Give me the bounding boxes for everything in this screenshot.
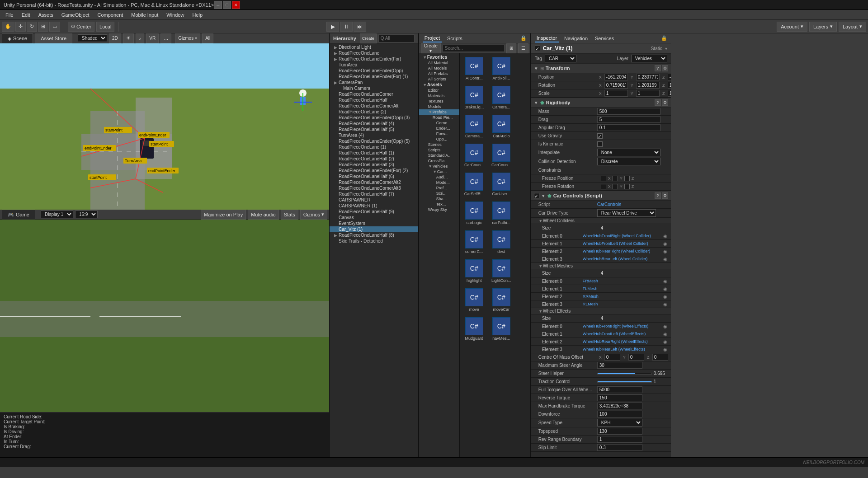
cm-x-input[interactable] [604, 354, 620, 361]
tree-all-scripts[interactable]: All Scripts [419, 76, 459, 82]
list-item[interactable]: ▶ Skid Trails - Detached [330, 238, 418, 244]
car-controls-settings-icon[interactable]: ? [655, 192, 661, 199]
list-item[interactable]: ▶ RoadPieceOneLaneHalf (2) [330, 156, 418, 162]
wc-e3-arrow[interactable]: ◉ [663, 257, 667, 262]
list-item[interactable]: ▶ RoadPieceOneLane (1) [330, 144, 418, 150]
freeze-pos-x-checkbox[interactable] [601, 176, 606, 181]
object-enabled-checkbox[interactable]: ✓ [535, 46, 540, 51]
list-item[interactable]: ▶ TurnArea (4) [330, 132, 418, 138]
hierarchy-create-button[interactable]: Create [360, 33, 377, 43]
scale-x-input[interactable] [604, 90, 628, 97]
car-drive-type-select[interactable]: Rear Wheel Drive [597, 209, 656, 217]
menu-window[interactable]: Window [163, 11, 188, 19]
rotation-z-input[interactable] [668, 82, 671, 89]
menu-component[interactable]: Component [94, 11, 127, 19]
pause-button[interactable]: ⏸ [340, 22, 353, 32]
scene-viewport[interactable]: startPoint endPointEnder endPointEnder s… [0, 43, 329, 210]
use-gravity-checkbox[interactable]: ✓ [597, 133, 603, 139]
max-steer-input[interactable] [597, 362, 642, 369]
asset-antiroll[interactable]: C# AntiRoll... [489, 55, 514, 82]
tree-opp[interactable]: Opp... [419, 136, 459, 142]
list-item[interactable]: ▶ CARSPAWNER [330, 197, 418, 203]
list-item[interactable]: ▶ RoadPieceOneLaneHalf (9) [330, 209, 418, 215]
list-item[interactable]: ▶ RoadPieceOneLaneHalf (7) [330, 191, 418, 197]
traction-control-slider[interactable] [597, 381, 652, 383]
tree-editor[interactable]: Editor [419, 88, 459, 93]
mass-input[interactable] [597, 108, 660, 115]
wheel-colliders-header[interactable]: ▼ Wheel Colliders [531, 218, 671, 224]
list-item[interactable]: ▶ RoadPieceOneLane (2) [330, 109, 418, 115]
scene-vr-button[interactable]: VR [146, 33, 159, 43]
asset-carcoun1[interactable]: C# CarCoun... [462, 142, 487, 169]
max-handbrake-input[interactable] [597, 403, 642, 409]
game-gizmos-button[interactable]: Gizmos ▾ [300, 210, 327, 220]
step-button[interactable]: ⏭ [354, 22, 366, 32]
asset-dest[interactable]: C# dest [489, 229, 514, 256]
project-icon1[interactable]: ⊞ [506, 43, 516, 53]
list-item[interactable]: ▶ RoadPieceOneLaneCornerAlt3 [330, 185, 418, 191]
list-item[interactable]: ▶ RoadPieceOneLaneCorner [330, 91, 418, 97]
asset-move[interactable]: C# move [462, 286, 487, 314]
wc-e0-arrow[interactable]: ◉ [663, 234, 667, 239]
list-item[interactable]: ▶ TurnArea [330, 62, 418, 68]
asset-caruser[interactable]: C# CarUser... [489, 171, 514, 198]
tree-scri[interactable]: Scri... [419, 191, 459, 196]
we-e2-arrow[interactable]: ◉ [663, 339, 667, 344]
drag-input[interactable] [597, 116, 660, 123]
asset-carlogic[interactable]: C# carLogic [462, 200, 487, 227]
freeze-rot-y-checkbox[interactable] [613, 184, 618, 189]
wc-e1-arrow[interactable]: ◉ [663, 241, 667, 246]
move-tool[interactable]: ✛ [15, 22, 26, 32]
tree-scenes[interactable]: Scenes [419, 142, 459, 147]
create-button[interactable]: Create ▾ [421, 43, 441, 53]
asset-aicontr[interactable]: C# AIContr... [462, 55, 487, 82]
we-e0-arrow[interactable]: ◉ [663, 324, 667, 329]
maximize-button[interactable]: □ [223, 1, 231, 9]
layer-select[interactable]: Vehicles [631, 55, 667, 62]
list-item[interactable]: ▶ RoadPieceOneLane [330, 50, 418, 56]
asset-mudguard[interactable]: C# Mudguard [462, 315, 487, 342]
asset-camera2[interactable]: C# Camera... [462, 113, 487, 140]
tab-scene[interactable]: ◈ Scene [2, 33, 33, 43]
list-item[interactable]: ▶ RoadPieceOneLaneHalf (1) [330, 150, 418, 156]
topspeed-input[interactable] [597, 428, 642, 435]
close-button[interactable]: ✕ [232, 1, 240, 9]
stats-button[interactable]: Stats [281, 210, 298, 220]
tree-prefabs[interactable]: ▼ Prefabs [419, 109, 459, 115]
car-controls-lock-icon[interactable]: ⚙ [662, 192, 668, 199]
rotate-tool[interactable]: ↻ [27, 22, 37, 32]
list-item[interactable]: ▶ RoadPieceOneLaneEnder(For) (1) [330, 74, 418, 80]
project-icon2[interactable]: ☰ [518, 43, 528, 53]
shading-mode-select[interactable]: Shaded [78, 34, 107, 42]
menu-file[interactable]: File [2, 11, 17, 19]
full-torque-input[interactable] [597, 386, 642, 393]
tree-materials[interactable]: Materials [419, 93, 459, 98]
wheel-effects-header[interactable]: ▼ Wheel Effects [531, 308, 671, 314]
position-x-input[interactable] [604, 74, 628, 80]
list-item[interactable]: ▶ RoadPieceOneLaneEnder(Opp) (3) [330, 115, 418, 121]
menu-assets[interactable]: Assets [35, 11, 57, 19]
mute-audio-button[interactable]: Mute audio [248, 210, 278, 220]
speed-type-select[interactable]: KPH MPH [597, 419, 642, 426]
game-viewport[interactable] [0, 220, 329, 412]
position-y-input[interactable] [636, 74, 660, 80]
list-item[interactable]: ▶ RoadPieceOneLaneHalf (3) [330, 162, 418, 168]
is-kinematic-checkbox[interactable] [597, 141, 603, 147]
cm-y-input[interactable] [628, 354, 644, 361]
account-button[interactable]: Account ▾ [777, 22, 807, 32]
aspect-select[interactable]: 16:9 [75, 211, 98, 218]
tree-models[interactable]: Models [419, 104, 459, 109]
2d-button[interactable]: 2D [109, 33, 121, 43]
list-item[interactable]: ▶ RoadPieceOneLaneEnder(Opp) (5) [330, 138, 418, 144]
tab-navigation[interactable]: Navigation [562, 35, 590, 42]
list-item[interactable]: ▶ RoadPieceOneLaneEnder(For) (2) [330, 168, 418, 173]
tree-scripts[interactable]: Scripts [419, 147, 459, 153]
tab-game[interactable]: 🎮 Game [2, 210, 35, 220]
layout-button[interactable]: Layout ▾ [839, 22, 866, 32]
wm-e0-arrow[interactable]: ◉ [663, 279, 667, 284]
slip-limit-input[interactable] [597, 444, 642, 451]
tree-mode[interactable]: Mode... [419, 180, 459, 185]
tree-favorites[interactable]: ▼ Favorites [419, 54, 459, 60]
list-item[interactable]: ▶ RoadPieceOneLaneHalf (4) [330, 121, 418, 127]
gizmos-button[interactable]: Gizmos ▾ [175, 33, 200, 43]
